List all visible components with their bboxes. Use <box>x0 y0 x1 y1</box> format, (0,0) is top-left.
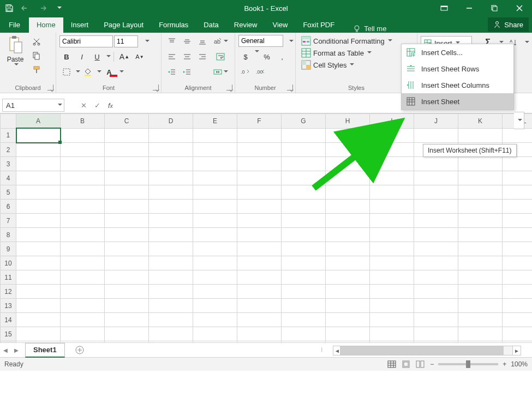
cell[interactable] <box>105 313 149 327</box>
cell[interactable] <box>16 157 61 171</box>
cell[interactable] <box>193 200 237 214</box>
tab-page-layout[interactable]: Page Layout <box>96 17 151 33</box>
cell[interactable] <box>503 185 533 200</box>
cell[interactable] <box>193 185 237 200</box>
cell[interactable] <box>282 157 326 171</box>
align-top-icon[interactable] <box>165 35 179 48</box>
row-header[interactable]: 1 <box>1 128 16 143</box>
tell-me[interactable]: Tell me <box>353 25 386 33</box>
cell-styles-button[interactable]: Cell Styles <box>301 60 411 70</box>
cell[interactable] <box>282 171 326 185</box>
cell[interactable] <box>237 327 282 341</box>
cell[interactable] <box>503 171 533 185</box>
currency-dropdown-icon[interactable] <box>255 50 259 54</box>
cell[interactable] <box>414 128 458 143</box>
column-header[interactable]: C <box>105 114 149 129</box>
cell[interactable] <box>414 228 458 242</box>
cell[interactable] <box>458 285 503 299</box>
cell[interactable] <box>149 285 193 299</box>
cell[interactable] <box>503 214 533 228</box>
cell[interactable] <box>61 171 105 185</box>
cell[interactable] <box>193 214 237 228</box>
save-icon[interactable] <box>4 3 14 13</box>
cell[interactable] <box>149 256 193 270</box>
cell[interactable] <box>414 157 458 171</box>
cell[interactable] <box>61 270 105 285</box>
cell[interactable] <box>370 327 414 341</box>
font-size-combo[interactable] <box>114 35 138 47</box>
cell[interactable] <box>282 242 326 256</box>
ribbon-options-icon[interactable] <box>432 0 457 16</box>
cell[interactable] <box>237 143 282 157</box>
cell[interactable] <box>326 285 370 299</box>
row-header[interactable]: 15 <box>1 327 16 341</box>
cell[interactable] <box>282 228 326 242</box>
align-middle-icon[interactable] <box>180 35 194 48</box>
column-header[interactable]: K <box>458 114 503 129</box>
cell[interactable] <box>149 327 193 341</box>
row-header[interactable]: 3 <box>1 157 16 171</box>
cell[interactable] <box>326 327 370 341</box>
fx-icon[interactable]: fx <box>108 101 113 110</box>
cell[interactable] <box>16 143 61 157</box>
cell[interactable] <box>458 157 503 171</box>
cell[interactable] <box>370 200 414 214</box>
cell[interactable] <box>61 214 105 228</box>
cell[interactable] <box>16 313 61 327</box>
cell[interactable] <box>370 143 414 157</box>
cell[interactable] <box>61 228 105 242</box>
share-button[interactable]: Share <box>488 17 529 32</box>
cell[interactable] <box>193 256 237 270</box>
cell[interactable] <box>458 200 503 214</box>
cell[interactable] <box>370 157 414 171</box>
cell[interactable] <box>61 299 105 313</box>
cell[interactable] <box>61 128 105 143</box>
column-header[interactable]: E <box>193 114 237 129</box>
zoom-in-icon[interactable]: + <box>503 360 506 368</box>
cell[interactable] <box>149 270 193 285</box>
column-header[interactable]: B <box>61 114 105 129</box>
cell[interactable] <box>458 228 503 242</box>
fill-color-icon[interactable] <box>81 65 95 79</box>
cell[interactable] <box>149 242 193 256</box>
underline-dropdown-icon[interactable] <box>106 55 110 59</box>
cell[interactable] <box>105 270 149 285</box>
cell[interactable] <box>61 242 105 256</box>
cell[interactable] <box>16 285 61 299</box>
row-header[interactable]: 5 <box>1 185 16 200</box>
cell[interactable] <box>193 285 237 299</box>
row-header[interactable]: 14 <box>1 313 16 327</box>
cell[interactable] <box>326 228 370 242</box>
cell[interactable] <box>503 128 533 143</box>
tab-data[interactable]: Data <box>196 17 226 33</box>
row-header[interactable]: 11 <box>1 270 16 285</box>
cell[interactable] <box>326 256 370 270</box>
name-box[interactable]: A1 <box>2 99 64 112</box>
cell[interactable] <box>503 299 533 313</box>
accounting-format-icon[interactable]: $ <box>238 50 253 63</box>
cell[interactable] <box>193 143 237 157</box>
cell[interactable] <box>370 270 414 285</box>
italic-button[interactable]: I <box>75 50 89 63</box>
cell[interactable] <box>326 242 370 256</box>
cell[interactable] <box>503 270 533 285</box>
decrease-font-icon[interactable]: A▼ <box>133 50 147 63</box>
cell[interactable] <box>149 185 193 200</box>
cell[interactable] <box>149 171 193 185</box>
cell[interactable] <box>61 200 105 214</box>
tab-review[interactable]: Review <box>226 17 265 33</box>
cell[interactable] <box>16 214 61 228</box>
cell[interactable] <box>370 228 414 242</box>
alignment-dialog-launcher-icon[interactable] <box>226 85 232 91</box>
cell[interactable] <box>326 270 370 285</box>
cell[interactable] <box>503 285 533 299</box>
cell[interactable] <box>282 299 326 313</box>
row-header[interactable]: 6 <box>1 200 16 214</box>
cell[interactable] <box>16 327 61 341</box>
zoom-out-icon[interactable]: − <box>430 360 434 368</box>
copy-icon[interactable] <box>29 49 44 62</box>
cell[interactable] <box>149 214 193 228</box>
cell[interactable] <box>16 299 61 313</box>
cell[interactable] <box>149 299 193 313</box>
cell[interactable] <box>237 200 282 214</box>
